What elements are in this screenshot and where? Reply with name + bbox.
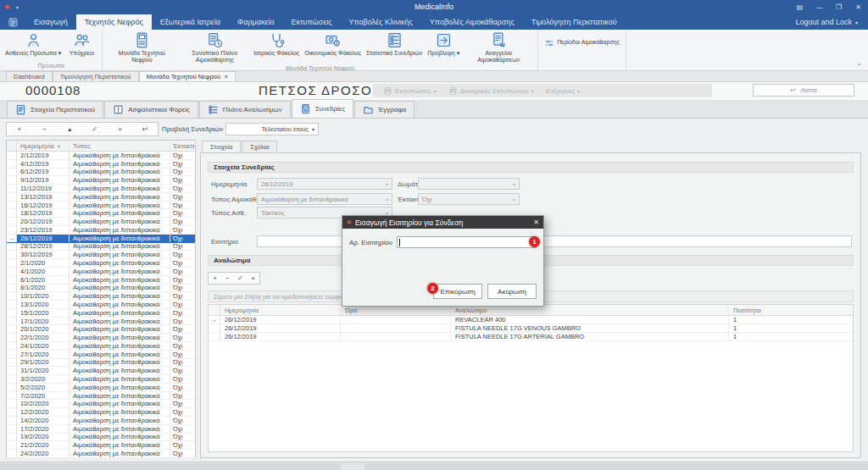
column-header-extra[interactable]: Έκτακτη bbox=[170, 141, 195, 151]
session-row[interactable]: 20/1/2020Αιμοκάθαρση με διττανθρακικάΌχι bbox=[7, 325, 195, 334]
session-row[interactable]: 24/1/2020Αιμοκάθαρση με διττανθρακικάΌχι bbox=[7, 342, 195, 351]
consumable-row[interactable]: →26/12/2019REVACLEAR 4001 bbox=[209, 316, 853, 324]
ribbon-button[interactable]: Μονάδα Τεχνητού Νεφρού bbox=[105, 30, 178, 64]
ribbon-tab-6[interactable]: Υποβολές Κλινικής bbox=[341, 14, 421, 30]
session-row[interactable]: →26/12/2019Αιμοκάθαρση με διττανθρακικάΌ… bbox=[7, 235, 195, 243]
sessions-toolbar-button[interactable]: × bbox=[108, 123, 133, 135]
session-date-cell: 20/12/2019 bbox=[17, 218, 70, 225]
consumables-toolbar-button[interactable]: + bbox=[209, 273, 221, 284]
sessions-toolbar-button[interactable]: − bbox=[32, 123, 58, 135]
session-row[interactable]: 16/12/2019Αιμοκάθαρση με διττανθρακικάΌχ… bbox=[7, 202, 195, 210]
session-row[interactable]: 15/1/2020Αιμοκάθαρση με διττανθρακικάΌχι bbox=[7, 309, 195, 318]
ribbon-button[interactable]: Αναγγελία Αιμοκαθάρσεων bbox=[462, 30, 535, 64]
session-row[interactable]: 31/1/2020Αιμοκάθαρση με διττανθρακικάΌχι bbox=[7, 367, 195, 375]
ribbon-button[interactable]: Στατιστικά Συνεδριών bbox=[364, 30, 425, 57]
session-row[interactable]: 12/2/2020Αιμοκάθαρση με διττανθρακικάΌχι bbox=[7, 408, 195, 417]
restore-button[interactable]: ❐ bbox=[829, 0, 849, 14]
column-header-type[interactable]: Τύπος bbox=[70, 141, 170, 151]
cancel-button[interactable]: Ακύρωση bbox=[487, 284, 537, 299]
record-tab[interactable]: Ασφαλιστικοί Φορείς bbox=[104, 101, 198, 118]
session-row[interactable]: 28/12/2019Αιμοκάθαρση με διττανθρακικάΌχ… bbox=[7, 243, 195, 252]
session-row[interactable]: 22/1/2020Αιμοκάθαρση με διττανθρακικάΌχι bbox=[7, 334, 195, 342]
record-tab[interactable]: Συνεδρίες bbox=[292, 99, 353, 118]
confirm-button[interactable]: Επικύρωση bbox=[433, 284, 482, 299]
column-header-date[interactable]: Ημερομηνία bbox=[220, 305, 341, 315]
minimize-button[interactable]: — bbox=[810, 0, 829, 14]
session-row[interactable]: 19/2/2020Αιμοκάθαρση με διττανθρακικάΌχι bbox=[7, 434, 195, 442]
column-header-date[interactable]: Ημερομηνία ▲ bbox=[17, 141, 70, 151]
ribbon-button[interactable]: Υπόχρεοι bbox=[64, 30, 99, 57]
detail-tab[interactable]: Σχόλια bbox=[242, 141, 277, 152]
session-row[interactable]: 3/2/2020Αιμοκάθαρση με διττανθρακικάΌχι bbox=[7, 375, 195, 384]
session-row[interactable]: 7/2/2020Αιμοκάθαρση με διττανθρακικάΌχι bbox=[7, 392, 195, 401]
consumable-row[interactable]: 26/12/2019FISTULA NEEDLE 17G ARTERIAL GA… bbox=[209, 333, 853, 341]
session-row[interactable]: 4/12/2019Αιμοκάθαρση με διττανθρακικάΌχι bbox=[7, 160, 195, 169]
ribbon-button[interactable]: Ασθενείς Πρόσωπα ▾ bbox=[3, 30, 64, 57]
session-date-cell: 18/12/2019 bbox=[17, 209, 70, 217]
session-row[interactable]: 2/1/2020Αιμοκάθαρση με διττανθρακικάΌχι bbox=[7, 259, 195, 268]
session-row[interactable]: 5/2/2020Αιμοκάθαρση με διττανθρακικάΌχι bbox=[7, 384, 195, 392]
session-row[interactable]: 17/2/2020Αιμοκάθαρση με διττανθρακικάΌχι bbox=[7, 425, 195, 434]
ribbon-tab-7[interactable]: Υποβολές Αιμοκάθαρσης bbox=[421, 14, 523, 30]
ribbon-button[interactable]: Οικονομικός Φάκελος bbox=[302, 30, 364, 57]
logout-and-lock-button[interactable]: Logout and Lock ▾ bbox=[785, 14, 868, 30]
dialog-close-icon[interactable]: ✕ bbox=[533, 218, 539, 226]
close-button[interactable]: ✕ bbox=[849, 0, 868, 14]
sessions-toolbar-button[interactable]: ✓ bbox=[82, 123, 108, 135]
column-header-qty[interactable]: Ποσότητα bbox=[729, 305, 853, 315]
document-tab[interactable]: Μονάδα Τεχνητού Νεφρού✕ bbox=[139, 71, 236, 81]
session-row[interactable]: 18/12/2019Αιμοκάθαρση με διττανθρακικάΌχ… bbox=[7, 209, 195, 218]
session-row[interactable]: 17/1/2020Αιμοκάθαρση με διττανθρακικάΌχι bbox=[7, 318, 195, 326]
session-row[interactable]: 21/2/2020Αιμοκάθαρση με διττανθρακικάΌχι bbox=[7, 441, 195, 450]
ribbon-button[interactable]: Ιατρικός Φάκελος bbox=[251, 30, 302, 57]
session-row[interactable]: 10/2/2020Αιμοκάθαρση με διττανθρακικάΌχι bbox=[7, 400, 195, 408]
session-row[interactable]: 6/1/2020Αιμοκάθαρση με διττανθρακικάΌχι bbox=[7, 276, 195, 285]
session-row[interactable]: 30/12/2019Αιμοκάθαρση με διττανθρακικάΌχ… bbox=[7, 251, 195, 259]
consumables-toolbar-button[interactable]: × bbox=[247, 273, 259, 284]
ribbon-tab-8[interactable]: Τιμολόγηση Περιστατικού bbox=[523, 14, 626, 30]
ribbon-button[interactable]: Πρόβλεψη ▾ bbox=[425, 30, 462, 57]
ribbon-options-icon[interactable]: ▤ bbox=[790, 0, 810, 14]
session-row[interactable]: 24/2/2020Αιμοκάθαρση με διττανθρακικάΌχι bbox=[7, 450, 195, 458]
document-tab[interactable]: Dashboard bbox=[6, 71, 53, 81]
session-row[interactable]: 29/1/2020Αιμοκάθαρση με διττανθρακικάΌχι bbox=[7, 359, 195, 368]
ribbon-tab-2[interactable]: Τεχνητός Νεφρός bbox=[76, 14, 152, 30]
ribbon-tab-5[interactable]: Εκτυπώσεις bbox=[283, 14, 341, 30]
session-row[interactable]: 9/12/2019Αιμοκάθαρση με διττανθρακικάΌχι bbox=[7, 176, 195, 185]
document-tab[interactable]: Τιμολόγηση Περιστατικού bbox=[53, 71, 139, 81]
ribbon-button[interactable]: Συνοπτικό Πλάνο Αιμοκάθαρσης bbox=[178, 30, 251, 64]
sessions-toolbar-button[interactable]: ▴ bbox=[57, 123, 82, 135]
detail-tab[interactable]: Στοιχεία bbox=[202, 141, 241, 152]
session-row[interactable]: 8/1/2020Αιμοκάθαρση με διττανθρακικάΌχι bbox=[7, 285, 195, 293]
session-row[interactable]: 10/1/2020Αιμοκάθαρση με διττανθρακικάΌχι bbox=[7, 292, 195, 301]
session-type-cell: Αιμοκάθαρση με διττανθρακικά bbox=[70, 235, 170, 242]
sessions-toolbar-button[interactable]: ↩ bbox=[132, 123, 158, 135]
ribbon-button-label: Υπόχρεοι bbox=[70, 50, 94, 57]
session-row[interactable]: 20/12/2019Αιμοκάθαρση με διττανθρακικάΌχ… bbox=[7, 218, 195, 226]
close-tab-icon[interactable]: ✕ bbox=[224, 74, 228, 80]
consumable-row[interactable]: 26/12/2019FISTULA NEEDLE 17G VENOUS GAMB… bbox=[209, 324, 853, 333]
ticket-number-input[interactable] bbox=[397, 236, 537, 248]
consumables-toolbar-button[interactable]: ✓ bbox=[234, 273, 247, 284]
ribbon-tab-3[interactable]: Εξωτερικά Ιατρεία bbox=[152, 14, 229, 30]
sessions-view-filter[interactable]: Τελευταίου έτους ▾ bbox=[225, 123, 319, 135]
session-row[interactable]: 14/2/2020Αιμοκάθαρση με διττανθρακικάΌχι bbox=[7, 417, 195, 425]
session-row[interactable]: 11/12/2019Αιμοκάθαρση με διττανθρακικάΌχ… bbox=[7, 185, 195, 193]
ribbon-button[interactable]: Περίοδοι Αιμοκάθαρσης bbox=[541, 36, 623, 49]
session-row[interactable]: 13/1/2020Αιμοκάθαρση με διττανθρακικάΌχι bbox=[7, 301, 195, 309]
record-tab[interactable]: Στοιχεία Περιστατικού bbox=[7, 101, 103, 118]
session-row[interactable]: 27/1/2020Αιμοκάθαρση με διττανθρακικάΌχι bbox=[7, 351, 195, 359]
record-tab[interactable]: Έγγραφα bbox=[354, 101, 415, 118]
session-row[interactable]: 23/12/2019Αιμοκάθαρση με διττανθρακικάΌχ… bbox=[7, 226, 195, 235]
list-button[interactable]: ↩ Λίστα bbox=[753, 84, 854, 97]
sessions-toolbar-button[interactable]: + bbox=[7, 123, 32, 135]
record-tab[interactable]: Πλάνο Αναλωσίμων bbox=[199, 101, 291, 118]
consumables-toolbar-button[interactable]: − bbox=[221, 273, 234, 284]
ribbon-tab-1[interactable]: Εισαγωγή bbox=[25, 14, 76, 30]
session-row[interactable]: 4/1/2020Αιμοκάθαρση με διττανθρακικάΌχι bbox=[7, 268, 195, 276]
file-menu-button[interactable] bbox=[0, 14, 25, 30]
ribbon-tab-4[interactable]: Φαρμακείο bbox=[229, 14, 282, 30]
session-row[interactable]: 2/12/2019Αιμοκάθαρση με διττανθρακικάΌχι bbox=[7, 152, 195, 160]
session-row[interactable]: 13/12/2019Αιμοκάθαρση με διττανθρακικάΌχ… bbox=[7, 193, 195, 202]
session-row[interactable]: 6/12/2019Αιμοκάθαρση με διττανθρακικάΌχι bbox=[7, 169, 195, 177]
